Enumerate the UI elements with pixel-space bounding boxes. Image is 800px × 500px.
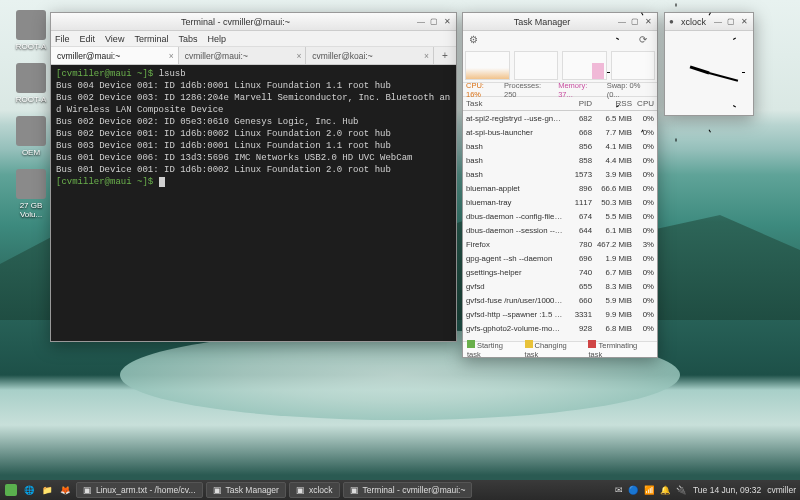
maximize-button[interactable]: ▢: [429, 17, 439, 27]
table-row[interactable]: gvfsd-fuse /run/user/1000/gvfs -f6605.9 …: [463, 293, 657, 307]
proc-stat: Processes: 250: [504, 81, 554, 99]
cell-task: dbus-daemon --config-file=/usr/sha...: [466, 212, 564, 221]
terminal-body[interactable]: [cvmiller@maui ~]$ lsusb Bus 004 Device …: [51, 65, 456, 341]
cell-cpu: 0%: [632, 198, 654, 207]
table-row[interactable]: dbus-daemon --session --address=s...6446…: [463, 223, 657, 237]
table-row[interactable]: at-spi-bus-launcher6687.7 MiB0%: [463, 125, 657, 139]
taskbar-item[interactable]: ▣Linux_arm.txt - /home/cv...: [76, 482, 203, 498]
launcher-icon-3[interactable]: 🦊: [58, 483, 72, 497]
desktop-icon[interactable]: ROOT-A: [8, 63, 54, 104]
table-row[interactable]: blueman-tray111750.3 MiB0%: [463, 195, 657, 209]
tray-icon[interactable]: ✉: [615, 485, 623, 495]
cell-pid: 655: [564, 282, 592, 291]
hour-hand: [690, 66, 710, 75]
col-rss[interactable]: RSS: [592, 99, 632, 108]
cell-pid: 858: [564, 156, 592, 165]
cell-pid: 1573: [564, 170, 592, 179]
close-button[interactable]: ✕: [442, 17, 452, 27]
table-row[interactable]: gvfsd-http --spawner :1.5 /org/gtk/...33…: [463, 307, 657, 321]
add-tab-button[interactable]: +: [434, 47, 456, 64]
close-icon[interactable]: ×: [169, 51, 174, 61]
minimize-button[interactable]: —: [416, 17, 426, 27]
menu-file[interactable]: File: [55, 31, 70, 46]
panel-clock[interactable]: Tue 14 Jun, 09:32: [693, 485, 761, 495]
panel-user[interactable]: cvmiller: [767, 485, 796, 495]
table-row[interactable]: bash15733.9 MiB0%: [463, 167, 657, 181]
terminal-tab[interactable]: cvmiller@maui:~×: [51, 47, 179, 64]
cell-task: bash: [466, 142, 564, 151]
cell-cpu: 0%: [632, 114, 654, 123]
window-icon: ▣: [213, 485, 222, 495]
table-row[interactable]: Firefox780467.2 MiB3%: [463, 237, 657, 251]
system-tray: ✉ 🔵 📶 🔔 🔌: [615, 485, 687, 495]
cell-cpu: 0%: [632, 212, 654, 221]
cell-cpu: 0%: [632, 170, 654, 179]
terminal-titlebar[interactable]: Terminal - cvmiller@maui:~ — ▢ ✕: [51, 13, 456, 31]
taskbar-item[interactable]: ▣Task Manager: [206, 482, 286, 498]
icon-label: OEM: [22, 148, 40, 157]
table-row[interactable]: bash8584.4 MiB0%: [463, 153, 657, 167]
table-row[interactable]: gvfs-gphoto2-volume-monitor9286.8 MiB0%: [463, 321, 657, 335]
col-pid[interactable]: PID: [564, 99, 592, 108]
mem-stat: Memory: 37...: [558, 81, 603, 99]
col-cpu[interactable]: CPU: [632, 99, 654, 108]
cell-task: blueman-tray: [466, 198, 564, 207]
taskbar-label: xclock: [309, 485, 333, 495]
clock-tick: [709, 129, 711, 132]
cell-task: gvfsd-fuse /run/user/1000/gvfs -f: [466, 296, 564, 305]
drive-icon: [16, 169, 46, 199]
cell-cpu: 0%: [632, 268, 654, 277]
taskbar-item[interactable]: ▣Terminal - cvmiller@maui:~: [343, 482, 473, 498]
maximize-button[interactable]: ▢: [630, 17, 640, 27]
cell-task: at-spi-bus-launcher: [466, 128, 564, 137]
table-header[interactable]: Task PID RSS CPU: [463, 97, 657, 111]
table-row[interactable]: blueman-applet89666.6 MiB0%: [463, 181, 657, 195]
xclock-title: xclock: [674, 17, 713, 27]
minimize-button[interactable]: —: [713, 17, 723, 27]
cell-rss: 6.1 MiB: [592, 226, 632, 235]
taskmanager-title: Task Manager: [467, 17, 617, 27]
close-button[interactable]: ✕: [739, 17, 749, 27]
refresh-icon[interactable]: ⟳: [639, 34, 651, 46]
table-row[interactable]: bash8564.1 MiB0%: [463, 139, 657, 153]
desktop-icon[interactable]: OEM: [8, 116, 54, 157]
drive-icon: [16, 63, 46, 93]
cell-cpu: 3%: [632, 240, 654, 249]
maximize-button[interactable]: ▢: [726, 17, 736, 27]
desktop-icon[interactable]: ROOT-A: [8, 10, 54, 51]
clock-tick: [733, 38, 736, 40]
table-row[interactable]: at-spi2-registryd --use-gnome-sess...682…: [463, 111, 657, 125]
menu-terminal[interactable]: Terminal: [134, 31, 168, 46]
taskmanager-titlebar[interactable]: Task Manager — ▢ ✕: [463, 13, 657, 31]
terminal-tab[interactable]: cvmiller@maui:~×: [179, 47, 307, 64]
launcher-icon-2[interactable]: 📁: [40, 483, 54, 497]
col-task[interactable]: Task: [466, 99, 564, 108]
cell-rss: 1.9 MiB: [592, 254, 632, 263]
minimize-button[interactable]: —: [617, 17, 627, 27]
taskbar-item[interactable]: ▣xclock: [289, 482, 340, 498]
cell-pid: 928: [564, 324, 592, 333]
terminal-tab[interactable]: cvmiller@koai:~×: [306, 47, 434, 64]
launcher-icon-1[interactable]: 🌐: [22, 483, 36, 497]
menu-tabs[interactable]: Tabs: [178, 31, 197, 46]
close-button[interactable]: ✕: [643, 17, 653, 27]
tray-icon[interactable]: 🔔: [660, 485, 671, 495]
cell-cpu: 0%: [632, 226, 654, 235]
table-row[interactable]: gvfsd6558.3 MiB0%: [463, 279, 657, 293]
close-icon[interactable]: ×: [296, 51, 301, 61]
table-row[interactable]: dbus-daemon --config-file=/usr/sha...674…: [463, 209, 657, 223]
close-icon[interactable]: ×: [424, 51, 429, 61]
tray-icon[interactable]: 🔵: [628, 485, 639, 495]
menu-view[interactable]: View: [105, 31, 124, 46]
desktop-icon[interactable]: 27 GB Volu...: [8, 169, 54, 219]
tray-icon[interactable]: 📶: [644, 485, 655, 495]
app-menu-icon[interactable]: [4, 483, 18, 497]
table-row[interactable]: gpg-agent --sh --daemon6961.9 MiB0%: [463, 251, 657, 265]
cell-rss: 6.5 MiB: [592, 114, 632, 123]
gear-icon[interactable]: ⚙: [469, 34, 481, 46]
table-row[interactable]: gsettings-helper7406.7 MiB0%: [463, 265, 657, 279]
cell-rss: 6.7 MiB: [592, 268, 632, 277]
menu-help[interactable]: Help: [207, 31, 226, 46]
menu-edit[interactable]: Edit: [80, 31, 96, 46]
tray-icon[interactable]: 🔌: [676, 485, 687, 495]
